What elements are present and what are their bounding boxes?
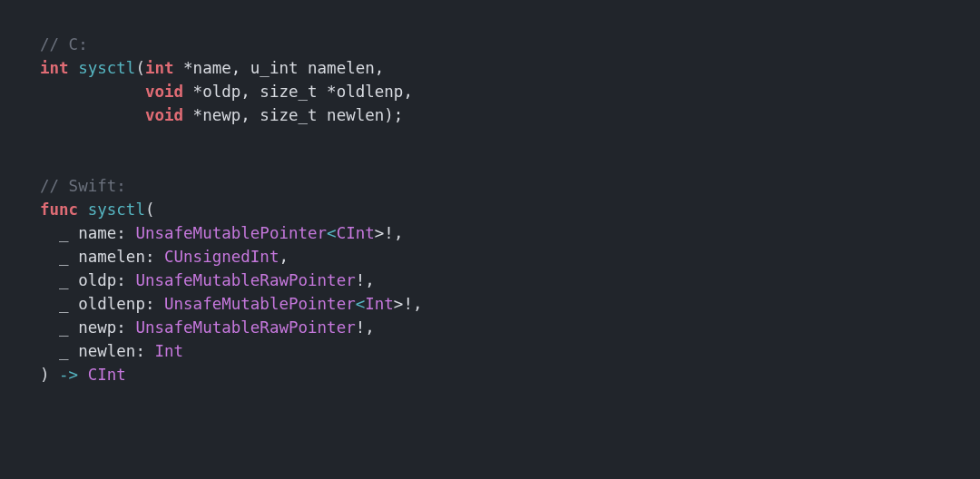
code-token-op: <	[356, 295, 366, 313]
code-token-under: _	[59, 342, 69, 360]
code-token-punct	[78, 200, 88, 219]
code-token-op: ->	[59, 366, 78, 384]
code-token-type: UnsafeMutableRawPointer	[135, 318, 355, 337]
code-token-keyword: int	[40, 59, 69, 77]
code-token-param: *name, u_int namelen,	[174, 59, 385, 77]
code-token-punct	[69, 59, 79, 77]
code-token-punct	[40, 318, 59, 337]
code-token-punct: !,	[356, 271, 375, 289]
code-token-punct: !,	[356, 318, 375, 337]
code-token-keyword: func	[40, 200, 78, 219]
code-token-type: Int	[365, 295, 394, 313]
code-token-param: oldlenp:	[69, 295, 164, 313]
code-token-punct: (	[145, 200, 155, 219]
code-block: // C: int sysctl(int *name, u_int namele…	[0, 0, 980, 419]
code-token-under: _	[59, 224, 69, 242]
code-token-param: newlen:	[69, 342, 155, 360]
code-token-func: sysctl	[88, 200, 145, 219]
code-token-type: CInt	[88, 366, 126, 384]
code-token-param: namelen:	[69, 248, 164, 266]
code-token-type: UnsafeMutableRawPointer	[135, 271, 355, 289]
code-token-type: Int	[154, 342, 183, 360]
code-token-punct: >!,	[375, 224, 404, 242]
code-token-punct: ,	[279, 248, 289, 266]
code-token-comment: // C:	[40, 35, 88, 54]
code-token-punct	[40, 83, 145, 101]
code-token-op: <	[327, 224, 337, 242]
code-token-param: name:	[69, 224, 136, 242]
code-token-punct	[40, 271, 59, 289]
code-token-param: newp:	[69, 318, 136, 337]
code-token-punct	[40, 224, 59, 242]
code-token-type: UnsafeMutablePointer	[135, 224, 327, 242]
code-token-punct: (	[135, 59, 145, 77]
code-token-punct	[78, 366, 88, 384]
code-token-keyword: void	[145, 83, 183, 101]
code-token-type: CInt	[337, 224, 375, 242]
code-token-type: CUnsignedInt	[164, 248, 279, 266]
code-token-type: UnsafeMutablePointer	[164, 295, 356, 313]
code-token-under: _	[59, 295, 69, 313]
code-token-punct: )	[40, 366, 59, 384]
code-token-under: _	[59, 271, 69, 289]
code-token-param: oldp:	[69, 271, 136, 289]
code-token-punct	[40, 295, 59, 313]
code-token-punct	[40, 106, 145, 124]
code-token-under: _	[59, 318, 69, 337]
code-token-under: _	[59, 248, 69, 266]
code-token-keyword: void	[145, 106, 183, 124]
code-token-keyword: int	[145, 59, 174, 77]
code-token-punct	[40, 342, 59, 360]
code-token-punct	[40, 248, 59, 266]
code-token-func: sysctl	[78, 59, 135, 77]
code-token-param: *oldp, size_t *oldlenp,	[183, 83, 413, 101]
code-token-param: *newp, size_t newlen);	[183, 106, 403, 124]
code-token-comment: // Swift:	[40, 177, 126, 195]
code-token-punct: >!,	[394, 295, 423, 313]
